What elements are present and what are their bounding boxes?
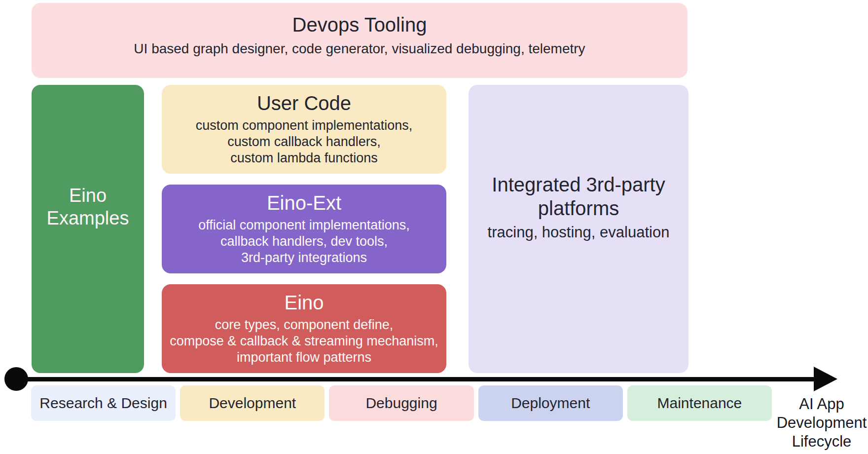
user-code-title: User Code xyxy=(162,91,446,115)
user-code-line: custom lambda functions xyxy=(162,150,446,166)
lifecycle-caption-line: Development xyxy=(775,414,868,432)
timeline-arrowhead-icon xyxy=(814,367,837,391)
eino-core-line: compose & callback & streaming mechanism… xyxy=(162,333,446,349)
devops-tooling-box: Devops Tooling UI based graph designer, … xyxy=(32,3,687,78)
eino-examples-label-line2: Examples xyxy=(47,207,129,229)
stage-deployment: Deployment xyxy=(478,385,623,421)
eino-core-box: Eino core types, component define, compo… xyxy=(162,284,446,373)
eino-ext-title: Eino-Ext xyxy=(162,191,446,215)
third-party-title-line1: Integrated 3rd-party xyxy=(492,173,665,196)
eino-core-title: Eino xyxy=(162,291,446,314)
third-party-title-line2: platforms xyxy=(538,197,619,220)
timeline-axis-line xyxy=(15,377,817,381)
eino-ext-box: Eino-Ext official component implementati… xyxy=(162,185,446,273)
lifecycle-caption-line: AI App xyxy=(775,395,868,414)
stage-research-design: Research & Design xyxy=(31,385,176,421)
eino-ext-line: official component implementations, xyxy=(162,217,446,233)
third-party-subtitle: tracing, hosting, evaluation xyxy=(488,224,670,241)
eino-examples-label-line1: Eino xyxy=(69,184,107,207)
eino-ext-line: 3rd-party integrations xyxy=(162,250,446,266)
lifecycle-axis-caption: AI App Development Lifecycle xyxy=(775,395,868,451)
eino-core-line: core types, component define, xyxy=(162,317,446,333)
eino-ext-line: callback handlers, dev tools, xyxy=(162,233,446,250)
stage-development: Development xyxy=(180,385,325,421)
lifecycle-stages-row: Research & Design Development Debugging … xyxy=(31,385,772,421)
eino-architecture-diagram: Devops Tooling UI based graph designer, … xyxy=(0,0,868,454)
user-code-box: User Code custom component implementatio… xyxy=(162,85,446,174)
third-party-platforms-box: Integrated 3rd-party platforms tracing, … xyxy=(469,85,688,373)
user-code-line: custom component implementations, xyxy=(162,117,446,134)
eino-core-line: important flow patterns xyxy=(162,349,446,366)
stage-debugging: Debugging xyxy=(329,385,473,421)
user-code-line: custom callback handlers, xyxy=(162,134,446,150)
devops-tooling-title: Devops Tooling xyxy=(32,13,687,37)
eino-examples-box: Eino Examples xyxy=(32,85,144,373)
stage-maintenance: Maintenance xyxy=(627,385,772,421)
devops-tooling-subtitle: UI based graph designer, code generator,… xyxy=(32,40,687,57)
lifecycle-caption-line: Lifecycle xyxy=(775,432,868,451)
